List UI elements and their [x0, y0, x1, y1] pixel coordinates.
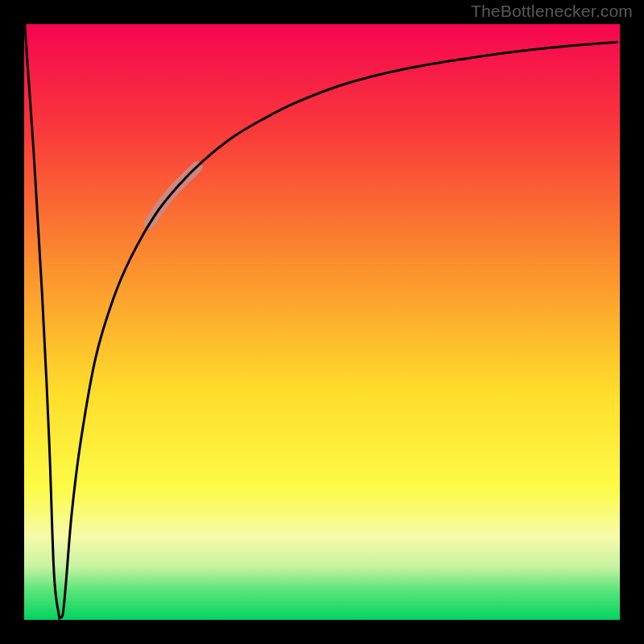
chart-frame: TheBottlenecker.com	[0, 0, 644, 644]
gradient-background	[24, 24, 620, 620]
chart-svg	[24, 24, 620, 620]
watermark-text: TheBottlenecker.com	[471, 2, 633, 21]
plot-area	[24, 24, 620, 620]
